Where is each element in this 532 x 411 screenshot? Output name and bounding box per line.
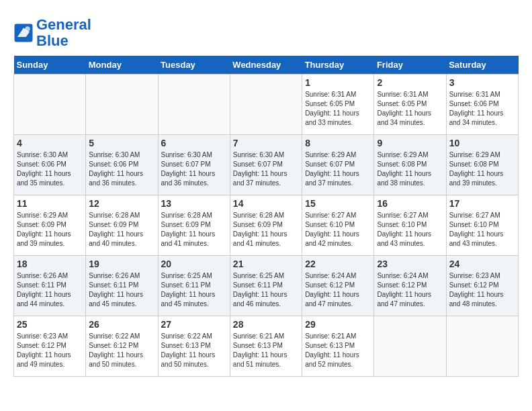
day-info: Sunrise: 6:27 AMSunset: 6:10 PMDaylight:… (305, 211, 371, 248)
header-sunday: Sunday (14, 56, 86, 75)
day-info: Sunrise: 6:26 AMSunset: 6:11 PMDaylight:… (89, 271, 154, 309)
header-friday: Friday (374, 56, 446, 75)
day-info: Sunrise: 6:28 AMSunset: 6:09 PMDaylight:… (233, 211, 299, 248)
day-number: 27 (161, 319, 227, 330)
day-number: 6 (161, 138, 227, 148)
day-info: Sunrise: 6:25 AMSunset: 6:11 PMDaylight:… (161, 271, 227, 309)
day-number: 14 (233, 198, 299, 209)
calendar-cell: 23Sunrise: 6:24 AMSunset: 6:12 PMDayligh… (374, 256, 446, 316)
day-number: 7 (233, 138, 299, 148)
day-number: 28 (233, 319, 299, 330)
calendar-cell: 13Sunrise: 6:28 AMSunset: 6:09 PMDayligh… (158, 195, 230, 256)
day-number: 21 (233, 259, 299, 269)
day-number: 9 (377, 138, 443, 148)
logo-text: GeneralBlue (36, 17, 91, 49)
calendar-cell: 12Sunrise: 6:28 AMSunset: 6:09 PMDayligh… (86, 195, 158, 256)
calendar-cell: 15Sunrise: 6:27 AMSunset: 6:10 PMDayligh… (302, 195, 374, 256)
header-saturday: Saturday (446, 56, 518, 75)
day-number: 4 (17, 138, 83, 148)
calendar-cell: 16Sunrise: 6:27 AMSunset: 6:10 PMDayligh… (374, 195, 446, 256)
calendar-cell: 25Sunrise: 6:23 AMSunset: 6:12 PMDayligh… (14, 316, 86, 377)
calendar-week-row: 25Sunrise: 6:23 AMSunset: 6:12 PMDayligh… (14, 316, 519, 377)
day-info: Sunrise: 6:21 AMSunset: 6:13 PMDaylight:… (233, 332, 299, 369)
day-info: Sunrise: 6:24 AMSunset: 6:12 PMDaylight:… (377, 271, 443, 309)
calendar-cell: 10Sunrise: 6:29 AMSunset: 6:08 PMDayligh… (446, 135, 518, 195)
day-number: 12 (89, 198, 154, 209)
calendar-cell (446, 316, 518, 377)
day-number: 8 (305, 138, 371, 148)
day-info: Sunrise: 6:22 AMSunset: 6:12 PMDaylight:… (89, 332, 154, 369)
day-number: 22 (305, 259, 371, 269)
day-number: 13 (161, 198, 227, 209)
calendar-cell (86, 75, 158, 135)
day-info: Sunrise: 6:28 AMSunset: 6:09 PMDaylight:… (89, 211, 154, 248)
day-info: Sunrise: 6:25 AMSunset: 6:11 PMDaylight:… (233, 271, 299, 309)
calendar-cell: 27Sunrise: 6:22 AMSunset: 6:13 PMDayligh… (158, 316, 230, 377)
day-number: 19 (89, 259, 154, 269)
day-info: Sunrise: 6:29 AMSunset: 6:08 PMDaylight:… (449, 150, 515, 188)
day-info: Sunrise: 6:22 AMSunset: 6:13 PMDaylight:… (161, 332, 227, 369)
day-number: 18 (17, 259, 83, 269)
day-info: Sunrise: 6:31 AMSunset: 6:06 PMDaylight:… (449, 90, 515, 128)
calendar-cell: 29Sunrise: 6:21 AMSunset: 6:13 PMDayligh… (302, 316, 374, 377)
day-info: Sunrise: 6:29 AMSunset: 6:08 PMDaylight:… (377, 150, 443, 188)
calendar-cell (374, 316, 446, 377)
calendar-cell: 18Sunrise: 6:26 AMSunset: 6:11 PMDayligh… (14, 256, 86, 316)
day-number: 3 (449, 77, 515, 88)
logo-icon (13, 23, 34, 43)
logo: GeneralBlue (13, 17, 91, 49)
calendar-cell: 28Sunrise: 6:21 AMSunset: 6:13 PMDayligh… (230, 316, 302, 377)
calendar-cell: 4Sunrise: 6:30 AMSunset: 6:06 PMDaylight… (14, 135, 86, 195)
calendar-cell: 14Sunrise: 6:28 AMSunset: 6:09 PMDayligh… (230, 195, 302, 256)
day-number: 16 (377, 198, 443, 209)
day-number: 2 (377, 77, 443, 88)
calendar-cell: 17Sunrise: 6:27 AMSunset: 6:10 PMDayligh… (446, 195, 518, 256)
day-info: Sunrise: 6:30 AMSunset: 6:07 PMDaylight:… (161, 150, 227, 188)
calendar-cell: 2Sunrise: 6:31 AMSunset: 6:05 PMDaylight… (374, 75, 446, 135)
day-number: 24 (449, 259, 515, 269)
calendar-week-row: 4Sunrise: 6:30 AMSunset: 6:06 PMDaylight… (14, 135, 519, 195)
svg-point-2 (25, 26, 30, 32)
day-info: Sunrise: 6:27 AMSunset: 6:10 PMDaylight:… (377, 211, 443, 248)
calendar-cell: 5Sunrise: 6:30 AMSunset: 6:06 PMDaylight… (86, 135, 158, 195)
day-number: 29 (305, 319, 371, 330)
header-monday: Monday (86, 56, 158, 75)
day-number: 25 (17, 319, 83, 330)
day-info: Sunrise: 6:30 AMSunset: 6:06 PMDaylight:… (17, 150, 83, 188)
calendar-week-row: 11Sunrise: 6:29 AMSunset: 6:09 PMDayligh… (14, 195, 519, 256)
day-info: Sunrise: 6:21 AMSunset: 6:13 PMDaylight:… (305, 332, 371, 369)
day-info: Sunrise: 6:29 AMSunset: 6:07 PMDaylight:… (305, 150, 371, 188)
calendar-cell: 1Sunrise: 6:31 AMSunset: 6:05 PMDaylight… (302, 75, 374, 135)
day-info: Sunrise: 6:23 AMSunset: 6:12 PMDaylight:… (449, 271, 515, 309)
calendar-cell: 19Sunrise: 6:26 AMSunset: 6:11 PMDayligh… (86, 256, 158, 316)
day-number: 10 (449, 138, 515, 148)
day-info: Sunrise: 6:31 AMSunset: 6:05 PMDaylight:… (305, 90, 371, 128)
header-wednesday: Wednesday (230, 56, 302, 75)
day-info: Sunrise: 6:27 AMSunset: 6:10 PMDaylight:… (449, 211, 515, 248)
calendar-cell: 3Sunrise: 6:31 AMSunset: 6:06 PMDaylight… (446, 75, 518, 135)
calendar-cell: 11Sunrise: 6:29 AMSunset: 6:09 PMDayligh… (14, 195, 86, 256)
calendar-cell: 8Sunrise: 6:29 AMSunset: 6:07 PMDaylight… (302, 135, 374, 195)
calendar-cell (158, 75, 230, 135)
day-info: Sunrise: 6:30 AMSunset: 6:07 PMDaylight:… (233, 150, 299, 188)
calendar-week-row: 1Sunrise: 6:31 AMSunset: 6:05 PMDaylight… (14, 75, 519, 135)
day-info: Sunrise: 6:28 AMSunset: 6:09 PMDaylight:… (161, 211, 227, 248)
calendar-cell: 7Sunrise: 6:30 AMSunset: 6:07 PMDaylight… (230, 135, 302, 195)
calendar-cell: 26Sunrise: 6:22 AMSunset: 6:12 PMDayligh… (86, 316, 158, 377)
calendar-cell: 22Sunrise: 6:24 AMSunset: 6:12 PMDayligh… (302, 256, 374, 316)
header-tuesday: Tuesday (158, 56, 230, 75)
day-number: 5 (89, 138, 154, 148)
page-header: GeneralBlue (13, 13, 519, 49)
day-info: Sunrise: 6:29 AMSunset: 6:09 PMDaylight:… (17, 211, 83, 248)
day-number: 23 (377, 259, 443, 269)
day-info: Sunrise: 6:24 AMSunset: 6:12 PMDaylight:… (305, 271, 371, 309)
day-number: 20 (161, 259, 227, 269)
day-number: 15 (305, 198, 371, 209)
day-number: 11 (17, 198, 83, 209)
header-thursday: Thursday (302, 56, 374, 75)
calendar-cell: 24Sunrise: 6:23 AMSunset: 6:12 PMDayligh… (446, 256, 518, 316)
day-info: Sunrise: 6:23 AMSunset: 6:12 PMDaylight:… (17, 332, 83, 369)
day-info: Sunrise: 6:30 AMSunset: 6:06 PMDaylight:… (89, 150, 154, 188)
calendar-cell (14, 75, 86, 135)
calendar-cell: 20Sunrise: 6:25 AMSunset: 6:11 PMDayligh… (158, 256, 230, 316)
